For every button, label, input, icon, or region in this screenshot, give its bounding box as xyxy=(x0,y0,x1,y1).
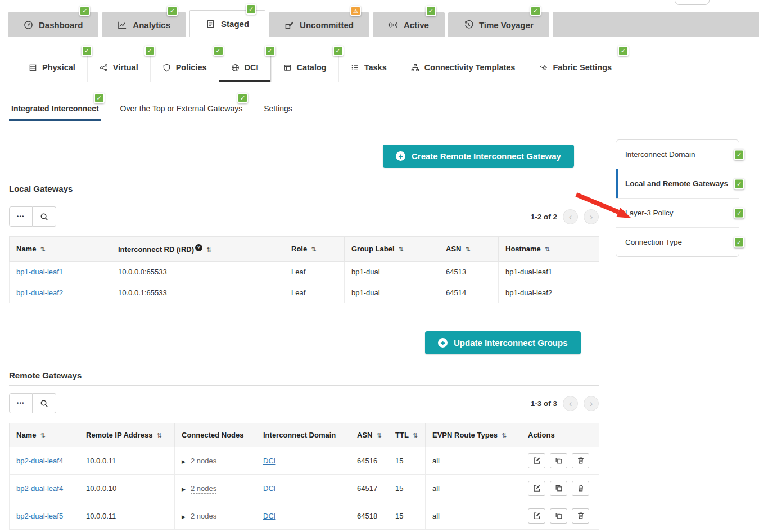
tab-over-the-top-external-gateways[interactable]: ✓ Over the Top or External Gateways xyxy=(118,96,245,121)
tab-label: Active xyxy=(404,20,429,30)
gateway-name-link[interactable]: bp1-dual-leaf2 xyxy=(16,288,63,297)
check-badge: ✓ xyxy=(618,46,629,56)
nodes-link[interactable]: 2 nodes xyxy=(191,484,216,494)
more-options-button[interactable]: ••• xyxy=(9,393,33,413)
table-row: bp2-dual-leaf4 10.0.0.11 ▶2 nodes DCI 64… xyxy=(10,447,599,475)
expander-icon[interactable]: ▶ xyxy=(182,514,186,520)
staged-blueprint-icon xyxy=(206,19,215,29)
tab-analytics[interactable]: ✓ Analytics xyxy=(102,12,186,37)
expander-icon[interactable]: ▶ xyxy=(182,486,186,492)
column-header-name[interactable]: Name⇅ xyxy=(10,237,111,262)
ttl-cell: 15 xyxy=(388,475,426,502)
interconnect-domain-link[interactable]: DCI xyxy=(263,484,275,493)
subtab-connectivity-templates[interactable]: Connectivity Templates xyxy=(399,53,527,82)
column-header-remote-ip[interactable]: Remote IP Address⇅ xyxy=(79,423,175,447)
nodes-link[interactable]: 2 nodes xyxy=(191,457,216,466)
plus-icon: + xyxy=(396,151,405,161)
dci-globe-icon xyxy=(231,64,240,72)
column-header-ttl[interactable]: TTL⇅ xyxy=(388,423,426,447)
next-page-button[interactable]: › xyxy=(584,396,599,411)
subtab-catalog[interactable]: ✓ Catalog xyxy=(271,53,338,82)
check-badge: ✓ xyxy=(734,178,744,189)
hostname-cell: bp1-dual-leaf2 xyxy=(499,282,599,303)
update-interconnect-groups-button[interactable]: + Update Interconnect Groups xyxy=(425,331,581,354)
prev-page-button[interactable]: ‹ xyxy=(563,209,578,224)
column-header-asn[interactable]: ASN⇅ xyxy=(439,237,499,262)
subtab-policies[interactable]: ✓ Policies xyxy=(150,53,219,82)
analytics-chart-icon xyxy=(118,20,127,30)
row-actions xyxy=(528,508,592,524)
subtab-physical[interactable]: ✓ Physical xyxy=(17,53,87,82)
tab-settings[interactable]: Settings xyxy=(261,96,295,121)
edit-button[interactable] xyxy=(528,508,545,524)
expander-icon[interactable]: ▶ xyxy=(182,459,186,465)
search-button[interactable] xyxy=(33,206,56,227)
tab-uncommitted[interactable]: ⚠ Uncommitted xyxy=(269,12,369,37)
prev-page-button[interactable]: ‹ xyxy=(563,396,578,411)
remote-gateways-toolbar: ••• 1-3 of 3 ‹ › xyxy=(9,393,599,413)
column-header-asn[interactable]: ASN⇅ xyxy=(350,423,388,447)
check-badge: ✓ xyxy=(426,6,436,16)
plus-icon: + xyxy=(438,338,448,348)
uncommitted-edit-icon xyxy=(284,20,294,30)
clone-button[interactable] xyxy=(550,481,567,496)
asn-cell: 64518 xyxy=(350,502,388,530)
search-button[interactable] xyxy=(33,393,56,413)
edit-button[interactable] xyxy=(528,481,545,496)
panel-item-connection-type[interactable]: Connection Type ✓ xyxy=(616,228,739,256)
remote-gateways-section: Remote Gateways ••• 1-3 of 3 ‹ › Name⇅ R… xyxy=(9,371,599,530)
check-badge: ✓ xyxy=(734,208,744,218)
gateway-name-link[interactable]: bp2-dual-leaf5 xyxy=(16,512,63,520)
subtab-virtual[interactable]: ✓ Virtual xyxy=(87,53,150,82)
subtab-dci[interactable]: ✓ DCI xyxy=(219,53,271,82)
dci-subnav: ✓ Integrated Interconnect ✓ Over the Top… xyxy=(0,82,759,121)
check-badge: ✓ xyxy=(79,6,90,16)
evpn-route-types-cell: all xyxy=(426,447,521,475)
interconnect-domain-link[interactable]: DCI xyxy=(263,512,275,520)
table-header-row: Name⇅ Interconnect RD (iRD)?⇅ Role⇅ Grou… xyxy=(10,237,599,262)
panel-item-interconnect-domain[interactable]: Interconnect Domain ✓ xyxy=(616,140,739,169)
tab-integrated-interconnect[interactable]: ✓ Integrated Interconnect xyxy=(9,96,101,121)
column-header-name[interactable]: Name⇅ xyxy=(10,423,79,447)
column-header-ird[interactable]: Interconnect RD (iRD)?⇅ xyxy=(111,237,284,262)
gateway-name-link[interactable]: bp2-dual-leaf4 xyxy=(16,484,63,493)
column-header-role[interactable]: Role⇅ xyxy=(284,237,345,262)
panel-item-local-and-remote-gateways[interactable]: Local and Remote Gateways ✓ xyxy=(616,169,739,199)
table-row: bp2-dual-leaf5 10.0.0.11 ▶2 nodes DCI 64… xyxy=(10,502,599,530)
tab-dashboard[interactable]: ✓ Dashboard xyxy=(8,12,98,37)
column-header-interconnect-domain: Interconnect Domain xyxy=(256,423,350,447)
tab-time-voyager[interactable]: ✓ Time Voyager xyxy=(448,12,549,37)
ellipsis-icon: ••• xyxy=(17,400,25,406)
column-header-actions: Actions xyxy=(521,423,599,447)
delete-button[interactable] xyxy=(572,508,589,524)
tab-label: Time Voyager xyxy=(479,20,534,30)
tab-staged[interactable]: ✓ Staged xyxy=(189,10,265,37)
clone-button[interactable] xyxy=(550,508,567,524)
panel-item-layer-3-policy[interactable]: Layer-3 Policy ✓ xyxy=(616,199,739,228)
nodes-link[interactable]: 2 nodes xyxy=(191,512,216,521)
gateway-name-link[interactable]: bp2-dual-leaf4 xyxy=(16,457,63,465)
evpn-route-types-cell: all xyxy=(426,502,521,530)
subtab-tasks[interactable]: Tasks xyxy=(338,53,399,82)
clone-button[interactable] xyxy=(550,453,567,468)
edit-button[interactable] xyxy=(528,453,545,468)
delete-button[interactable] xyxy=(572,453,589,468)
column-header-hostname[interactable]: Hostname⇅ xyxy=(499,237,599,262)
tab-active[interactable]: ✓ Active xyxy=(373,12,445,37)
group-label-cell: bp1-dual xyxy=(345,262,439,282)
help-icon[interactable]: ? xyxy=(195,244,202,251)
delete-button[interactable] xyxy=(572,481,589,496)
interconnect-domain-link[interactable]: DCI xyxy=(263,457,275,465)
pencil-icon xyxy=(533,512,541,520)
column-header-connected-nodes: Connected Nodes xyxy=(175,423,256,447)
column-header-evpn-route-types[interactable]: EVPN Route Types⇅ xyxy=(426,423,521,447)
copy-icon xyxy=(555,484,563,492)
column-header-group-label[interactable]: Group Label⇅ xyxy=(345,237,439,262)
subtab-fabric-settings[interactable]: ✓ Fabric Settings xyxy=(527,53,624,82)
table-row: bp1-dual-leaf2 10.0.0.1:65533 Leaf bp1-d… xyxy=(10,282,599,303)
next-page-button[interactable]: › xyxy=(584,209,599,224)
gateway-name-link[interactable]: bp1-dual-leaf1 xyxy=(16,268,63,276)
create-remote-interconnect-gateway-button[interactable]: + Create Remote Interconnect Gateway xyxy=(383,145,574,168)
more-options-button[interactable]: ••• xyxy=(9,206,33,227)
asn-cell: 64513 xyxy=(439,262,499,282)
